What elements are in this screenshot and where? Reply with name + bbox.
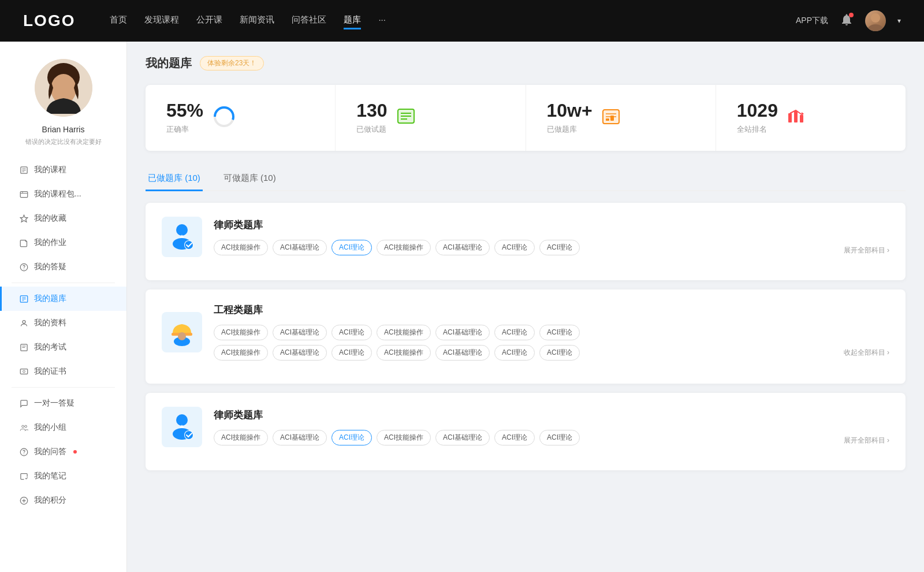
sidebar-item-homework[interactable]: 我的作业 — [0, 231, 126, 255]
sidebar-item-qbank[interactable]: 我的题库 — [0, 287, 126, 311]
nav-link-bank[interactable]: 题库 — [344, 12, 361, 29]
nav-avatar-image — [865, 10, 886, 31]
tag-eng-skill-1[interactable]: ACI技能操作 — [214, 325, 268, 340]
svg-point-54 — [176, 414, 188, 426]
stat-ranking: 1029 全站排名 — [716, 85, 906, 151]
qbank-engineer-icon-wrap — [162, 312, 202, 352]
my-qa-icon — [19, 447, 28, 456]
sidebar-item-notes[interactable]: 我的笔记 — [0, 464, 126, 488]
nav-link-home[interactable]: 首页 — [110, 12, 127, 29]
svg-point-47 — [176, 224, 188, 236]
tag-law2-theory-3[interactable]: ACI理论 — [539, 430, 580, 445]
qbank-card-engineer-header: 工程类题库 ACI技能操作 ACI基础理论 ACI理论 ACI技能操作 ACI基… — [162, 303, 889, 361]
nav-chevron-icon[interactable]: ▾ — [897, 17, 901, 25]
tabs-row: 已做题库 (10) 可做题库 (10) — [146, 167, 906, 191]
svg-point-26 — [24, 425, 27, 428]
stats-row: 55% 正确率 130 已做试题 — [146, 85, 906, 151]
tab-done-bank[interactable]: 已做题库 (10) — [146, 167, 203, 191]
sidebar-qbank-label: 我的题库 — [34, 294, 66, 304]
svg-rect-9 — [20, 191, 28, 197]
tag-aci-basic-2[interactable]: ACI基础理论 — [435, 240, 490, 255]
sidebar-collection-label: 我的收藏 — [34, 213, 66, 224]
sidebar-item-course[interactable]: 我的课程 — [0, 158, 126, 182]
sidebar-item-group[interactable]: 我的小组 — [0, 415, 126, 440]
tag-law2-theory-1[interactable]: ACI理论 — [331, 430, 372, 445]
qbank-card-lawyer2: 律师类题库 ACI技能操作 ACI基础理论 ACI理论 ACI技能操作 ACI基… — [146, 393, 906, 470]
tag-aci-theory-3[interactable]: ACI理论 — [539, 240, 580, 255]
sidebar-points-label: 我的积分 — [34, 495, 66, 506]
stat-done-questions: 130 已做试题 — [336, 85, 526, 151]
tag-eng-theory-1[interactable]: ACI理论 — [331, 325, 372, 340]
tag-law2-basic-1[interactable]: ACI基础理论 — [273, 430, 327, 445]
collapse-engineer-btn[interactable]: 收起全部科目 › — [844, 348, 889, 358]
profile-avatar — [35, 59, 92, 117]
svg-point-28 — [23, 454, 24, 454]
tag-eng-skill-2[interactable]: ACI技能操作 — [377, 325, 431, 340]
tag-aci-theory-2[interactable]: ACI理论 — [494, 240, 535, 255]
tag-law2-basic-2[interactable]: ACI基础理论 — [435, 430, 490, 445]
sidebar-item-course-package[interactable]: 我的课程包... — [0, 182, 126, 206]
svg-rect-43 — [788, 113, 792, 122]
tag-aci-skill-2[interactable]: ACI技能操作 — [377, 240, 431, 255]
done-questions-icon — [397, 107, 415, 129]
sidebar-item-collection[interactable]: 我的收藏 — [0, 206, 126, 231]
svg-rect-44 — [794, 111, 798, 122]
tag-eng2-basic-2[interactable]: ACI基础理论 — [435, 345, 490, 361]
notes-icon — [19, 471, 28, 481]
tag-aci-basic-1[interactable]: ACI基础理论 — [273, 240, 327, 255]
svg-point-25 — [21, 425, 24, 428]
nav-link-open[interactable]: 公开课 — [196, 12, 222, 29]
sidebar-item-certificate[interactable]: 我的证书 — [0, 359, 126, 384]
tag-eng-theory-2[interactable]: ACI理论 — [494, 325, 535, 340]
tag-eng-basic-1[interactable]: ACI基础理论 — [273, 325, 327, 340]
tag-eng2-skill-1[interactable]: ACI技能操作 — [214, 345, 268, 361]
tag-eng2-theory-3[interactable]: ACI理论 — [539, 345, 580, 361]
nav-link-news[interactable]: 新闻资讯 — [240, 12, 274, 29]
tag-aci-skill-1[interactable]: ACI技能操作 — [214, 240, 268, 255]
sidebar-item-my-qa[interactable]: 我的问答 — [0, 440, 126, 464]
nav-app-download[interactable]: APP下载 — [796, 16, 828, 26]
nav-link-discover[interactable]: 发现课程 — [144, 12, 179, 29]
tag-eng2-theory-1[interactable]: ACI理论 — [331, 345, 372, 361]
sidebar-certificate-label: 我的证书 — [34, 366, 66, 377]
tab-available-bank[interactable]: 可做题库 (10) — [221, 167, 278, 191]
nav-link-qa[interactable]: 问答社区 — [292, 12, 326, 29]
nav-link-more[interactable]: ··· — [378, 12, 386, 29]
tag-law2-skill-1[interactable]: ACI技能操作 — [214, 430, 268, 445]
sidebar-exam-label: 我的考试 — [34, 342, 66, 352]
sidebar-item-profile-info[interactable]: 我的资料 — [0, 311, 126, 335]
tag-eng-theory-3[interactable]: ACI理论 — [539, 325, 580, 340]
tag-eng2-theory-2[interactable]: ACI理论 — [494, 345, 535, 361]
group-icon — [19, 423, 28, 432]
exam-icon — [19, 343, 28, 352]
certificate-icon — [19, 367, 28, 376]
sidebar-item-exam[interactable]: 我的考试 — [0, 335, 126, 359]
expand-lawyer2-btn[interactable]: 展开全部科目 › — [844, 436, 889, 445]
tag-aci-theory-1[interactable]: ACI理论 — [331, 240, 372, 255]
done-bank-icon — [602, 107, 620, 128]
tag-eng-basic-2[interactable]: ACI基础理论 — [435, 325, 490, 340]
sidebar-item-points[interactable]: 我的积分 — [0, 488, 126, 512]
sidebar-item-question[interactable]: 我的答疑 — [0, 255, 126, 279]
accuracy-chart-icon — [213, 105, 236, 131]
my-qa-notification-dot — [73, 450, 77, 454]
sidebar-item-one-on-one[interactable]: 一对一答疑 — [0, 391, 126, 415]
tag-eng2-basic-1[interactable]: ACI基础理论 — [273, 345, 327, 361]
nav-right: APP下载 ▾ — [796, 10, 901, 31]
qbank-icon — [19, 294, 28, 303]
page-title: 我的题库 — [146, 55, 192, 71]
nav-bell[interactable] — [840, 13, 854, 29]
sidebar-menu: 我的课程 我的课程包... 我的收藏 我的作业 — [0, 158, 126, 512]
nav-avatar[interactable] — [865, 10, 886, 31]
tag-law2-skill-2[interactable]: ACI技能操作 — [377, 430, 431, 445]
profile-name: Brian Harris — [42, 125, 85, 134]
qbank-engineer-title-section: 工程类题库 ACI技能操作 ACI基础理论 ACI理论 ACI技能操作 ACI基… — [214, 303, 889, 361]
tag-law2-theory-2[interactable]: ACI理论 — [494, 430, 535, 445]
qbank-lawyer2-title-section: 律师类题库 ACI技能操作 ACI基础理论 ACI理论 ACI技能操作 ACI基… — [214, 408, 889, 445]
stat-done-questions-label: 已做试题 — [356, 124, 387, 135]
nav-logo: LOGO — [23, 12, 75, 30]
expand-lawyer1-btn[interactable]: 展开全部科目 › — [844, 246, 889, 255]
sidebar: Brian Harris 错误的决定比没有决定要好 我的课程 我的课程包... … — [0, 42, 127, 572]
tag-eng2-skill-2[interactable]: ACI技能操作 — [377, 345, 431, 361]
stat-done-questions-text: 130 已做试题 — [356, 101, 387, 135]
